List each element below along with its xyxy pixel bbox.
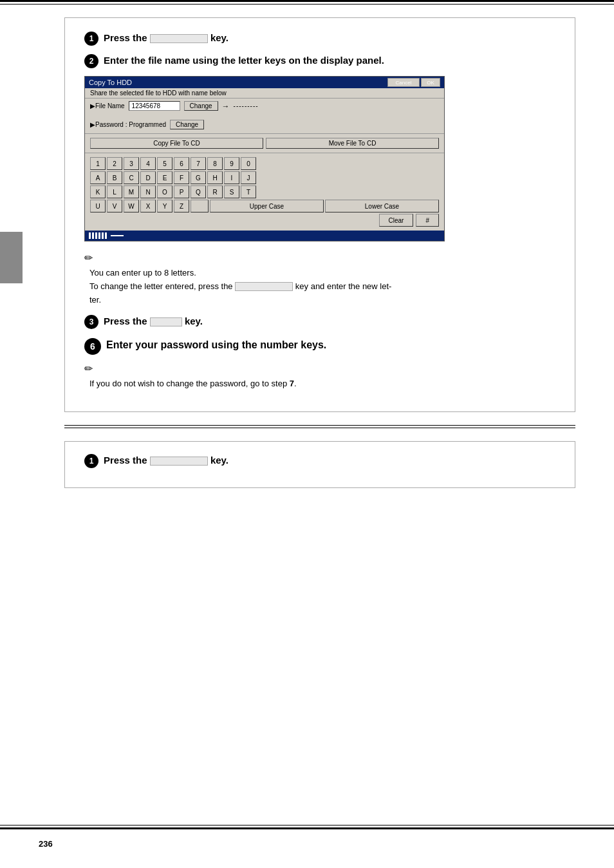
kb-row-k-t: K L M N O P Q R S T [90, 185, 439, 198]
kb-key-uppercase[interactable]: Upper Case [210, 200, 324, 212]
kb-key-x[interactable]: X [140, 200, 156, 212]
sec2-step1-circle: 1 [84, 454, 98, 468]
ui-password-row: ▶Password : Programmed Change [85, 117, 444, 132]
kb-key-4[interactable]: 4 [140, 157, 156, 170]
kb-key-w[interactable]: W [124, 200, 139, 212]
step2-text: Enter the file name using the letter key… [104, 53, 384, 67]
page-number: 236 [39, 839, 53, 849]
ui-separator1 [85, 133, 444, 134]
step3-key-placeholder [150, 317, 182, 326]
ui-copy-cd-btn[interactable]: Copy File To CD [90, 138, 263, 149]
note2-line1: If you do not wish to change the passwor… [89, 377, 555, 391]
note1-line3: ter. [89, 294, 555, 307]
ui-status-bar [85, 231, 444, 241]
ok-btn-title[interactable]: OK [421, 78, 440, 87]
kb-row-a-j: A B C D E F G H I J [90, 171, 439, 184]
bottom-divider-thick [0, 827, 614, 829]
ui-change-btn2[interactable]: Change [170, 120, 204, 129]
ui-titlebar-buttons: Cancel OK [387, 78, 440, 87]
page-container: 1 Press the key. 2 2 Enter the file name… [0, 0, 614, 868]
note2-section: ✏ If you do not wish to change the passw… [84, 363, 555, 391]
note1-section: ✏ You can enter up to 8 letters. To chan… [84, 252, 555, 307]
kb-key-e[interactable]: E [157, 171, 172, 184]
note2-text: If you do not wish to change the passwor… [84, 377, 555, 391]
step2-circle-display: 2 [84, 54, 98, 68]
kb-key-i[interactable]: I [224, 171, 239, 184]
ui-filename-label: ▶File Name [90, 102, 125, 109]
ui-title: Copy To HDD [89, 79, 132, 86]
kb-key-f[interactable]: F [174, 171, 189, 184]
kb-key-k[interactable]: K [90, 185, 106, 198]
kb-key-s[interactable]: S [224, 185, 239, 198]
kb-key-9[interactable]: 9 [224, 157, 239, 170]
note1-key-placeholder [235, 282, 293, 291]
ui-status-line [111, 235, 124, 236]
ui-move-cd-btn[interactable]: Move File To CD [266, 138, 439, 149]
kb-key-5[interactable]: 5 [157, 157, 172, 170]
kb-key-p[interactable]: P [174, 185, 189, 198]
ui-subtitle: Share the selected file to HDD with name… [85, 88, 444, 99]
step3-circle-display: 3 [84, 315, 98, 329]
kb-key-y[interactable]: Y [157, 200, 172, 212]
kb-key-d[interactable]: D [140, 171, 156, 184]
mid-divider-thin2 [64, 428, 575, 428]
note1-text: You can enter up to 8 letters. To change… [84, 267, 555, 307]
sec2-step1-key [150, 457, 208, 466]
kb-key-l[interactable]: L [107, 185, 122, 198]
ui-filename-input[interactable]: 12345678 [129, 101, 180, 111]
step3-prefix: Press the [104, 316, 147, 326]
kb-key-6[interactable]: 6 [174, 157, 189, 170]
kb-key-a[interactable]: A [90, 171, 106, 184]
ui-password-label: ▶Password : Programmed [90, 121, 166, 128]
step3-suffix: key. [185, 316, 203, 326]
note1-line1: You can enter up to 8 letters. [89, 267, 555, 280]
kb-key-o[interactable]: O [157, 185, 172, 198]
kb-key-space[interactable] [191, 200, 209, 212]
ui-arrow: → [222, 102, 230, 111]
step3-row: 3 3 Press the key. [84, 314, 555, 329]
ui-change-btn1[interactable]: Change [184, 101, 218, 111]
kb-key-q[interactable]: Q [191, 185, 206, 198]
section2-box: 1 Press the key. [64, 441, 575, 488]
note1-line2: To change the letter entered, press the … [89, 280, 555, 294]
section1-box: 1 Press the key. 2 2 Enter the file name… [64, 17, 575, 412]
ui-filename-row: ▶File Name 12345678 Change → --------- [85, 99, 444, 113]
kb-key-r[interactable]: R [207, 185, 223, 198]
ui-keyboard: 1 2 3 4 5 6 7 8 9 0 A B [85, 155, 444, 231]
step6-circle: 6 [84, 338, 101, 355]
kb-key-z[interactable]: Z [174, 200, 189, 212]
main-content: 1 Press the key. 2 2 Enter the file name… [0, 5, 614, 501]
sec2-step1-row: 1 Press the key. [84, 453, 555, 468]
kb-key-2[interactable]: 2 [107, 157, 122, 170]
kb-key-g[interactable]: G [191, 171, 206, 184]
pencil-icon1: ✏ [84, 252, 93, 264]
ui-titlebar: Copy To HDD Cancel OK [85, 77, 444, 88]
ui-separator2 [85, 153, 444, 153]
kb-key-lowercase[interactable]: Lower Case [325, 200, 439, 212]
kb-key-7[interactable]: 7 [191, 157, 206, 170]
kb-row-numbers: 1 2 3 4 5 6 7 8 9 0 [90, 157, 439, 170]
step1-suffix: key. [210, 32, 228, 43]
kb-key-0[interactable]: 0 [241, 157, 256, 170]
kb-key-t[interactable]: T [241, 185, 256, 198]
kb-key-3[interactable]: 3 [124, 157, 139, 170]
kb-key-b[interactable]: B [107, 171, 122, 184]
kb-key-n[interactable]: N [140, 185, 156, 198]
kb-key-j[interactable]: J [241, 171, 256, 184]
kb-key-m[interactable]: M [124, 185, 139, 198]
ui-dashes: --------- [234, 102, 259, 109]
kb-key-8[interactable]: 8 [207, 157, 223, 170]
kb-key-h[interactable]: H [207, 171, 223, 184]
kb-key-u[interactable]: U [90, 200, 106, 212]
kb-key-v[interactable]: V [107, 200, 122, 212]
kb-key-c[interactable]: C [124, 171, 139, 184]
kb-key-1[interactable]: 1 [90, 157, 106, 170]
kb-key-hash[interactable]: # [416, 214, 439, 227]
kb-key-clear[interactable]: Clear [379, 214, 414, 227]
kb-row-misc: Clear # [90, 214, 439, 227]
step2-row: 2 2 Enter the file name using the letter… [84, 53, 555, 68]
step6-text: Enter your password using the number key… [106, 338, 326, 352]
step1-circle: 1 [84, 32, 98, 46]
cancel-btn-title[interactable]: Cancel [387, 78, 420, 87]
step1-prefix: Press the [104, 32, 147, 43]
